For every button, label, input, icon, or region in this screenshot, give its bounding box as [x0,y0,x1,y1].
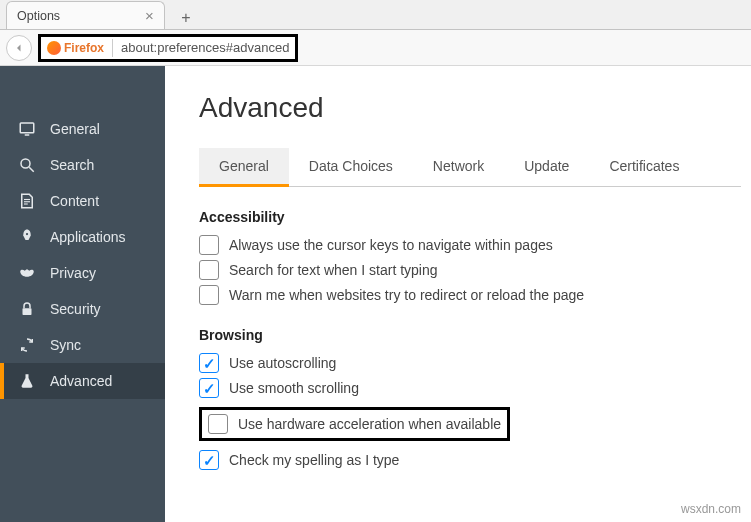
tab-update[interactable]: Update [504,148,589,186]
checkbox-checked[interactable] [199,450,219,470]
sidebar-item-label: General [50,121,100,137]
address-bar[interactable]: Firefox about:preferences#advanced [38,34,298,62]
display-icon [18,120,36,138]
option-spelling[interactable]: Check my spelling as I type [199,450,741,470]
option-cursor-keys[interactable]: Always use the cursor keys to navigate w… [199,235,741,255]
browser-tab-options[interactable]: Options × [6,1,165,29]
rocket-icon [18,228,36,246]
separator [112,39,113,57]
sidebar-item-general[interactable]: General [0,111,165,147]
sidebar-item-label: Privacy [50,265,96,281]
mask-icon [18,264,36,282]
tab-title: Options [17,9,60,23]
firefox-icon [47,41,61,55]
tab-certificates[interactable]: Certificates [589,148,699,186]
document-icon [18,192,36,210]
browser-tab-bar: Options × + [0,0,751,30]
svg-rect-8 [23,308,32,315]
tab-network[interactable]: Network [413,148,504,186]
sidebar-item-applications[interactable]: Applications [0,219,165,255]
badge-label: Firefox [64,41,104,55]
option-label: Search for text when I start typing [229,262,438,278]
close-icon[interactable]: × [145,7,154,24]
sidebar-item-security[interactable]: Security [0,291,165,327]
flask-icon [18,372,36,390]
option-autoscrolling[interactable]: Use autoscrolling [199,353,741,373]
search-icon [18,156,36,174]
sidebar-item-search[interactable]: Search [0,147,165,183]
section-browsing-title: Browsing [199,327,741,343]
back-button[interactable] [6,35,32,61]
navigation-toolbar: Firefox about:preferences#advanced [0,30,751,66]
checkbox-unchecked[interactable] [199,285,219,305]
tab-data-choices[interactable]: Data Choices [289,148,413,186]
tab-general[interactable]: General [199,148,289,187]
option-label: Use smooth scrolling [229,380,359,396]
option-warn-redirect[interactable]: Warn me when websites try to redirect or… [199,285,741,305]
sidebar-item-label: Applications [50,229,126,245]
advanced-subtabs: General Data Choices Network Update Cert… [199,148,741,187]
option-label: Always use the cursor keys to navigate w… [229,237,553,253]
lock-icon [18,300,36,318]
preferences-content: Advanced General Data Choices Network Up… [165,66,751,522]
checkbox-unchecked[interactable] [208,414,228,434]
sidebar-item-label: Security [50,301,101,317]
checkbox-unchecked[interactable] [199,260,219,280]
sidebar-item-privacy[interactable]: Privacy [0,255,165,291]
option-search-text[interactable]: Search for text when I start typing [199,260,741,280]
sync-icon [18,336,36,354]
svg-line-3 [29,167,34,172]
new-tab-button[interactable]: + [173,7,199,29]
option-label: Check my spelling as I type [229,452,399,468]
sidebar-item-sync[interactable]: Sync [0,327,165,363]
watermark-text: wsxdn.com [681,502,741,516]
checkbox-checked[interactable] [199,378,219,398]
option-label: Warn me when websites try to redirect or… [229,287,584,303]
sidebar-item-label: Content [50,193,99,209]
url-text: about:preferences#advanced [121,40,289,55]
sidebar-item-advanced[interactable]: Advanced [0,363,165,399]
option-hardware-acceleration[interactable]: Use hardware acceleration when available [208,414,501,434]
sidebar-item-label: Advanced [50,373,112,389]
option-label: Use hardware acceleration when available [238,416,501,432]
option-smooth-scrolling[interactable]: Use smooth scrolling [199,378,741,398]
page-title: Advanced [199,92,741,124]
checkbox-unchecked[interactable] [199,235,219,255]
svg-point-7 [26,233,28,235]
sidebar-item-label: Search [50,157,94,173]
checkbox-checked[interactable] [199,353,219,373]
highlighted-option: Use hardware acceleration when available [199,407,510,441]
svg-rect-1 [25,134,30,136]
sidebar-item-content[interactable]: Content [0,183,165,219]
svg-rect-0 [20,123,34,133]
firefox-badge: Firefox [47,41,104,55]
section-accessibility-title: Accessibility [199,209,741,225]
sidebar-item-label: Sync [50,337,81,353]
preferences-sidebar: General Search Content Applications Priv… [0,66,165,522]
option-label: Use autoscrolling [229,355,336,371]
svg-point-2 [21,159,30,168]
